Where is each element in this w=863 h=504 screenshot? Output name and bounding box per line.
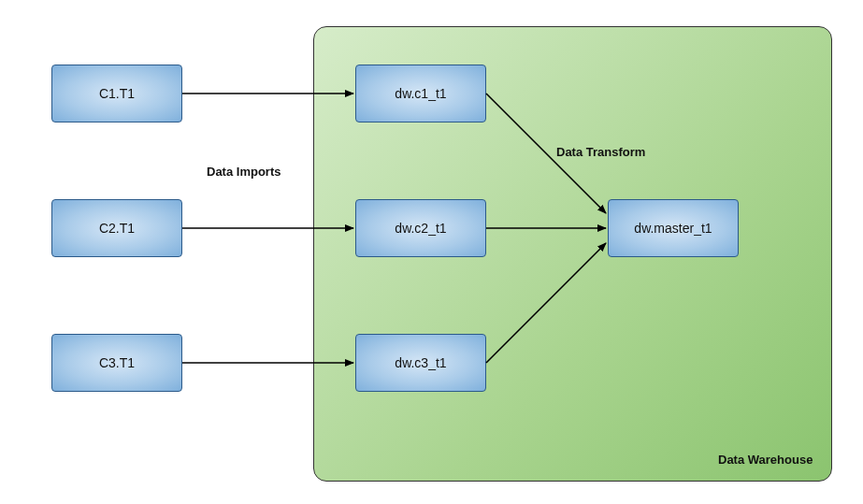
dw-label: dw.c2_t1 — [395, 221, 446, 236]
source-box-c3: C3.T1 — [51, 334, 182, 392]
source-label: C2.T1 — [99, 221, 135, 236]
source-box-c2: C2.T1 — [51, 199, 182, 257]
dw-label: dw.c1_t1 — [395, 86, 446, 101]
source-label: C3.T1 — [99, 355, 135, 370]
source-box-c1: C1.T1 — [51, 65, 182, 122]
source-label: C1.T1 — [99, 86, 135, 101]
dw-box-c2: dw.c2_t1 — [355, 199, 486, 257]
diagram-canvas: C1.T1 C2.T1 C3.T1 dw.c1_t1 dw.c2_t1 dw.c… — [0, 0, 863, 504]
dw-master-box: dw.master_t1 — [608, 199, 739, 257]
dw-master-label: dw.master_t1 — [634, 221, 712, 236]
data-transform-label: Data Transform — [556, 145, 645, 159]
data-warehouse-label: Data Warehouse — [718, 453, 813, 467]
data-imports-label: Data Imports — [207, 165, 280, 179]
dw-box-c3: dw.c3_t1 — [355, 334, 486, 392]
dw-label: dw.c3_t1 — [395, 355, 446, 370]
dw-box-c1: dw.c1_t1 — [355, 65, 486, 122]
